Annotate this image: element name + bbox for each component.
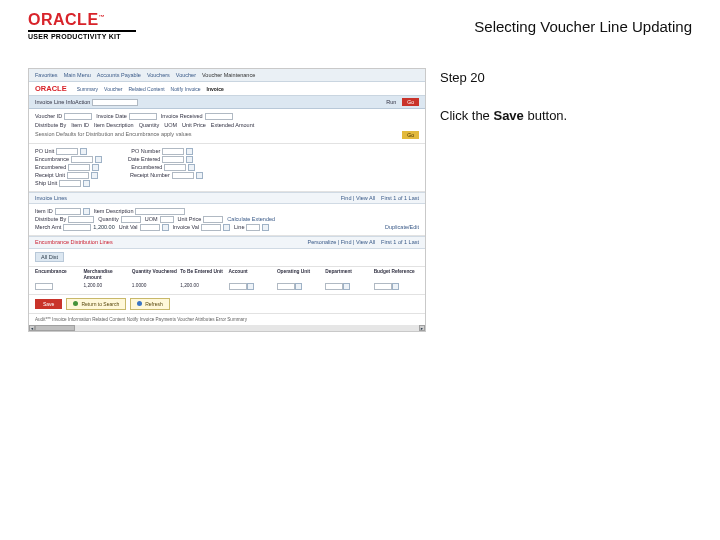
il-unit-val-input[interactable] bbox=[140, 224, 160, 231]
grid-cell[interactable] bbox=[35, 283, 80, 292]
lookup-icon[interactable] bbox=[186, 156, 193, 163]
tab-voucher[interactable]: Voucher bbox=[104, 86, 122, 92]
app-window: Favorites Main Menu Accounts Payable Vou… bbox=[28, 68, 426, 333]
il-item-desc-input[interactable] bbox=[135, 208, 185, 215]
col-hd: Extended Amount bbox=[211, 122, 254, 129]
il-quantity-label: Quantity bbox=[98, 216, 118, 223]
encumbered-input[interactable] bbox=[68, 164, 90, 171]
subbar-left: Invoice Line Info bbox=[35, 99, 75, 106]
invoice-date-input[interactable] bbox=[129, 113, 157, 120]
first-last-nav[interactable]: First 1 of 1 Last bbox=[381, 195, 419, 202]
lookup-icon[interactable] bbox=[188, 164, 195, 171]
breadcrumb: Favorites Main Menu Accounts Payable Vou… bbox=[29, 69, 425, 83]
voucher-info-panel: Voucher ID Invoice Date Invoice Received… bbox=[29, 109, 425, 144]
col-hd: Item ID bbox=[71, 122, 89, 129]
invoice-received-input[interactable] bbox=[205, 113, 233, 120]
grid-cell[interactable] bbox=[229, 283, 274, 292]
invoice-received-label: Invoice Received bbox=[161, 113, 203, 120]
ship-unit-input[interactable] bbox=[59, 180, 81, 187]
po-number-input[interactable] bbox=[162, 148, 184, 155]
oracle-brand: ORACLE bbox=[35, 84, 67, 93]
il-unit-price-input[interactable] bbox=[203, 216, 223, 223]
grid-cell[interactable] bbox=[277, 283, 322, 292]
distribution-block: PO Unit PO Number Encumbrance Date Enter… bbox=[29, 144, 425, 192]
lookup-icon[interactable] bbox=[186, 148, 193, 155]
duplicate-edit-link[interactable]: Duplicate/Edit bbox=[385, 224, 419, 231]
breadcrumb-item[interactable]: Favorites bbox=[35, 72, 58, 79]
invoice-lines-title: Invoice Lines bbox=[35, 195, 67, 202]
lookup-icon[interactable] bbox=[247, 283, 254, 290]
scroll-thumb[interactable] bbox=[35, 325, 75, 331]
tab-all-dist[interactable]: All Dist bbox=[35, 252, 64, 263]
po-number-label: PO Number bbox=[131, 148, 160, 155]
invoice-lines-panel: Item ID Item Description Distribute By Q… bbox=[29, 204, 425, 236]
action-input[interactable] bbox=[92, 99, 138, 106]
step-label: Step 20 bbox=[440, 68, 692, 89]
logo-word-text: ORACLE bbox=[28, 11, 99, 28]
breadcrumb-item[interactable]: Vouchers bbox=[147, 72, 170, 79]
tab-invoice[interactable]: Invoice bbox=[207, 86, 224, 92]
dist-personalize-link[interactable]: Personalize | Find | View All bbox=[308, 239, 376, 246]
logo-divider bbox=[28, 30, 136, 32]
breadcrumb-current: Voucher Maintenance bbox=[202, 72, 255, 79]
il-item-id-input[interactable] bbox=[55, 208, 81, 215]
tab-related-content[interactable]: Related Content bbox=[128, 86, 164, 92]
calc-extended-link[interactable]: Calculate Extended bbox=[227, 216, 275, 223]
grid-cell[interactable] bbox=[374, 283, 419, 292]
lookup-icon[interactable] bbox=[262, 224, 269, 231]
po-unit-label: PO Unit bbox=[35, 148, 54, 155]
return-to-search-button[interactable]: Return to Search bbox=[66, 298, 126, 310]
receipt-number-input[interactable] bbox=[172, 172, 194, 179]
il-invoice-val-input[interactable] bbox=[201, 224, 221, 231]
lookup-icon[interactable] bbox=[83, 208, 90, 215]
encumbered2-input[interactable] bbox=[164, 164, 186, 171]
grid-hd: Account bbox=[229, 269, 274, 281]
il-distribute-by-label: Distribute By bbox=[35, 216, 66, 223]
session-defaults-text: Session Defaults for Distribution and En… bbox=[35, 131, 192, 138]
lookup-icon[interactable] bbox=[196, 172, 203, 179]
po-unit-input[interactable] bbox=[56, 148, 78, 155]
lookup-icon[interactable] bbox=[91, 172, 98, 179]
col-hd: Quantity bbox=[139, 122, 159, 129]
receipt-unit-input[interactable] bbox=[67, 172, 89, 179]
embedded-screenshot: Favorites Main Menu Accounts Payable Vou… bbox=[28, 68, 426, 333]
lookup-icon[interactable] bbox=[392, 283, 399, 290]
encumbrance-input[interactable] bbox=[71, 156, 93, 163]
grid-hd: To Be Entered Unit bbox=[180, 269, 225, 281]
date-entered-input[interactable] bbox=[162, 156, 184, 163]
voucher-id-input[interactable] bbox=[64, 113, 92, 120]
encumbered-label: Encumbered bbox=[35, 164, 66, 171]
tab-summary[interactable]: Summary bbox=[77, 86, 98, 92]
breadcrumb-item[interactable]: Voucher bbox=[176, 72, 196, 79]
breadcrumb-item[interactable]: Accounts Payable bbox=[97, 72, 141, 79]
dist-first-last-nav[interactable]: First 1 of 1 Last bbox=[381, 239, 419, 246]
logo-word: ORACLE™ bbox=[28, 12, 136, 28]
col-hd: Item Description bbox=[94, 122, 134, 129]
lookup-icon[interactable] bbox=[343, 283, 350, 290]
grid-cell[interactable] bbox=[325, 283, 370, 292]
il-uom-input[interactable] bbox=[160, 216, 174, 223]
tab-notify-invoice[interactable]: Notify Invoice bbox=[171, 86, 201, 92]
lookup-icon[interactable] bbox=[92, 164, 99, 171]
find-view-link[interactable]: Find | View All bbox=[341, 195, 375, 202]
il-line-input[interactable] bbox=[246, 224, 260, 231]
horizontal-scrollbar[interactable]: ◄ ► bbox=[29, 325, 425, 331]
grid-hd: Operating Unit bbox=[277, 269, 322, 281]
go2-button[interactable]: Go bbox=[402, 131, 419, 139]
scroll-right-icon[interactable]: ► bbox=[419, 325, 425, 331]
il-unit-val-label: Unit Val bbox=[119, 224, 138, 231]
il-quantity-input[interactable] bbox=[121, 216, 141, 223]
lookup-icon[interactable] bbox=[80, 148, 87, 155]
lookup-icon[interactable] bbox=[295, 283, 302, 290]
lookup-icon[interactable] bbox=[223, 224, 230, 231]
lookup-icon[interactable] bbox=[162, 224, 169, 231]
il-distribute-by-input[interactable] bbox=[68, 216, 94, 223]
lookup-icon[interactable] bbox=[83, 180, 90, 187]
dist-lines-grid: Encumbrance Merchandise Amount Quantity … bbox=[29, 267, 425, 293]
go-button[interactable]: Go bbox=[402, 98, 419, 106]
il-merch-amt-input[interactable] bbox=[63, 224, 91, 231]
save-button[interactable]: Save bbox=[35, 299, 62, 309]
breadcrumb-item[interactable]: Main Menu bbox=[64, 72, 91, 79]
lookup-icon[interactable] bbox=[95, 156, 102, 163]
refresh-button[interactable]: Refresh bbox=[130, 298, 170, 310]
